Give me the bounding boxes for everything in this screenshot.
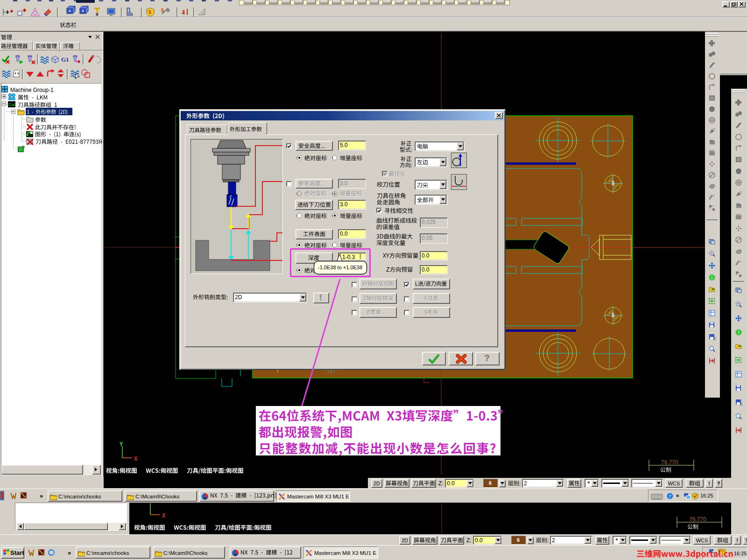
svg-text:X: X <box>162 513 166 519</box>
svg-text:76.770: 76.770 <box>689 516 706 523</box>
